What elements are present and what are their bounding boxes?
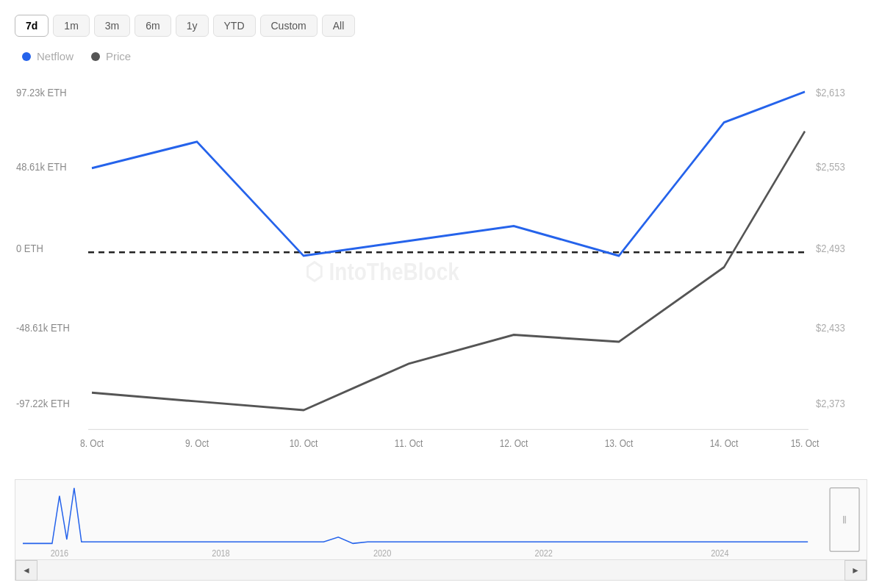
mini-x-2020: 2020 — [373, 548, 391, 557]
y-label-2-left: 48.61k ETH — [16, 160, 67, 173]
x-label-1: 8. Oct — [80, 437, 104, 449]
mini-chart-container[interactable]: 2016 2018 2020 2022 2024 ⦀ — [15, 479, 867, 560]
legend-netflow: Netflow — [22, 50, 74, 62]
y-label-neg1-left: -48.61k ETH — [16, 321, 70, 334]
mini-x-2024: 2024 — [711, 548, 729, 557]
btn-6m[interactable]: 6m — [135, 15, 171, 37]
svg-rect-0 — [15, 480, 867, 559]
btn-7d[interactable]: 7d — [15, 15, 49, 37]
next-arrow[interactable]: ► — [845, 560, 867, 581]
scroll-handle-icon: ⦀ — [842, 514, 847, 526]
mini-x-2018: 2018 — [212, 548, 229, 557]
legend-price-label: Price — [106, 50, 131, 62]
x-label-2: 9. Oct — [185, 437, 209, 449]
btn-custom[interactable]: Custom — [260, 15, 318, 37]
price-dot — [91, 52, 100, 61]
x-label-3: 10. Oct — [290, 437, 318, 449]
btn-1y[interactable]: 1y — [176, 15, 209, 37]
mini-x-2022: 2022 — [535, 548, 553, 557]
x-label-7: 14. Oct — [710, 437, 739, 449]
y-label-neg1-right: $2,433 — [816, 321, 845, 334]
y-label-top-right: $2,613 — [816, 86, 845, 98]
btn-3m[interactable]: 3m — [94, 15, 130, 37]
y-label-zero-right: $2,493 — [816, 242, 845, 254]
x-label-8: 15. Oct — [791, 437, 820, 449]
netflow-line — [92, 92, 805, 256]
legend-price: Price — [91, 50, 131, 62]
mini-x-2016: 2016 — [51, 548, 68, 557]
y-label-neg2-left: -97.22k ETH — [16, 397, 70, 409]
chart-legend: Netflow Price — [15, 50, 867, 62]
mini-chart-svg: 2016 2018 2020 2022 2024 ⦀ — [15, 480, 867, 559]
btn-all[interactable]: All — [322, 15, 356, 37]
legend-netflow-label: Netflow — [37, 50, 74, 62]
btn-ytd[interactable]: YTD — [213, 15, 256, 37]
main-chart[interactable]: 97.23k ETH 48.61k ETH 0 ETH -48.61k ETH … — [15, 70, 867, 473]
btn-1m[interactable]: 1m — [53, 15, 89, 37]
time-range-selector: 7d 1m 3m 6m 1y YTD Custom All — [15, 15, 867, 37]
main-chart-svg: 97.23k ETH 48.61k ETH 0 ETH -48.61k ETH … — [15, 70, 867, 473]
x-label-6: 13. Oct — [605, 437, 634, 449]
y-label-2-right: $2,553 — [816, 160, 845, 173]
y-label-top-left: 97.23k ETH — [16, 86, 67, 98]
prev-arrow[interactable]: ◄ — [15, 560, 37, 581]
x-label-4: 11. Oct — [395, 437, 423, 449]
netflow-dot — [22, 52, 31, 61]
y-label-zero-left: 0 ETH — [16, 242, 43, 254]
watermark: ⬡ IntoTheBlock — [305, 258, 459, 286]
nav-arrows: ◄ ► — [15, 560, 867, 581]
y-label-neg2-right: $2,373 — [816, 397, 845, 409]
x-label-5: 12. Oct — [500, 437, 528, 449]
chart-wrapper: 97.23k ETH 48.61k ETH 0 ETH -48.61k ETH … — [15, 70, 867, 581]
